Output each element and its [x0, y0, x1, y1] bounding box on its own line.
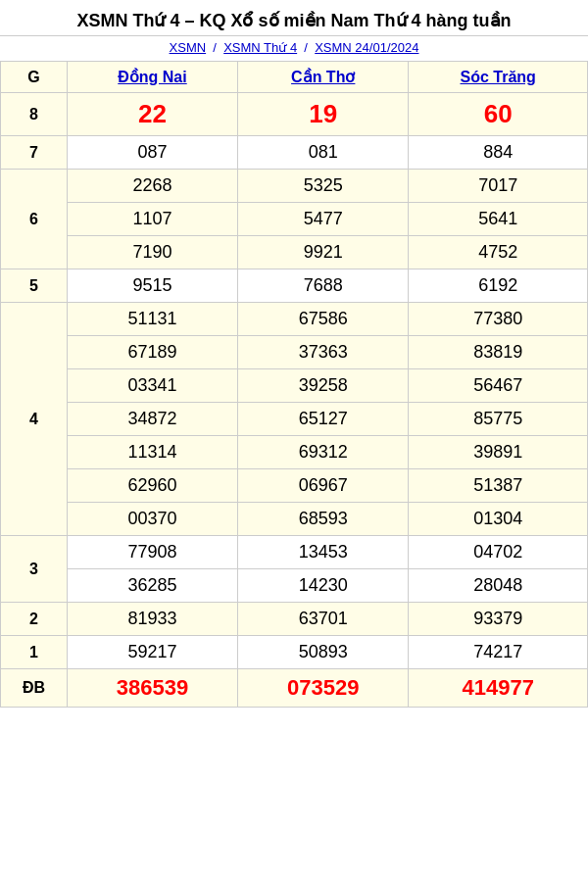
prize-value: 59217	[67, 636, 237, 669]
table-row: ĐB386539073529414977	[1, 669, 588, 708]
prize-value: 65127	[238, 403, 409, 436]
prize-value: 6192	[409, 269, 588, 303]
prize-value: 5477	[238, 203, 409, 236]
prize-label: 7	[1, 136, 68, 170]
table-row: 7087081884	[1, 136, 588, 170]
prize-label: 2	[1, 603, 68, 636]
prize-value: 69312	[238, 436, 409, 469]
prize-value: 7017	[409, 170, 588, 203]
col-cantho-header[interactable]: Cần Thơ	[238, 62, 409, 93]
prize-value: 13453	[238, 536, 409, 569]
table-row: 5951576886192	[1, 269, 588, 303]
prize-value: 081	[238, 136, 409, 170]
prize-value: 77380	[409, 303, 588, 336]
prize-label: ĐB	[1, 669, 68, 708]
prize-value: 884	[409, 136, 588, 170]
prize-value: 93379	[409, 603, 588, 636]
table-row: 2819336370193379	[1, 603, 588, 636]
table-row: 113146931239891	[1, 436, 588, 469]
prize-value: 5325	[238, 170, 409, 203]
prize-value: 63701	[238, 603, 409, 636]
prize-value: 34872	[67, 403, 237, 436]
prize-value: 85775	[409, 403, 588, 436]
prize-value: 36285	[67, 569, 237, 603]
prize-value: 01304	[409, 503, 588, 536]
prize-label: 4	[1, 303, 68, 536]
table-row: 6226853257017	[1, 170, 588, 203]
prize-value: 4752	[409, 236, 588, 269]
prize-value: 83819	[409, 336, 588, 369]
table-row: 671893736383819	[1, 336, 588, 369]
prize-label: 3	[1, 536, 68, 603]
lottery-table: G Đồng Nai Cần Thơ Sóc Trăng 82219607087…	[0, 61, 588, 708]
prize-label: 1	[1, 636, 68, 669]
table-row: 3779081345304702	[1, 536, 588, 569]
breadcrumb-xsmn[interactable]: XSMN	[170, 40, 207, 55]
prize-value: 7688	[238, 269, 409, 303]
table-row: 8221960	[1, 93, 588, 136]
prize-value: 68593	[238, 503, 409, 536]
table-row: 003706859301304	[1, 503, 588, 536]
prize-value: 19	[238, 93, 409, 136]
table-row: 4511316758677380	[1, 303, 588, 336]
prize-value: 67586	[238, 303, 409, 336]
prize-value: 51387	[409, 469, 588, 503]
table-row: 719099214752	[1, 236, 588, 269]
prize-value: 81933	[67, 603, 237, 636]
table-row: 348726512785775	[1, 403, 588, 436]
prize-value: 414977	[409, 669, 588, 708]
table-row: 1592175089374217	[1, 636, 588, 669]
prize-value: 9921	[238, 236, 409, 269]
prize-value: 00370	[67, 503, 237, 536]
prize-value: 06967	[238, 469, 409, 503]
table-row: 362851423028048	[1, 569, 588, 603]
prize-label: 5	[1, 269, 68, 303]
col-g-header: G	[1, 62, 68, 93]
prize-value: 22	[67, 93, 237, 136]
prize-value: 67189	[67, 336, 237, 369]
prize-value: 50893	[238, 636, 409, 669]
prize-value: 386539	[67, 669, 237, 708]
prize-value: 14230	[238, 569, 409, 603]
prize-label: 8	[1, 93, 68, 136]
prize-value: 74217	[409, 636, 588, 669]
prize-value: 77908	[67, 536, 237, 569]
prize-value: 087	[67, 136, 237, 170]
prize-value: 7190	[67, 236, 237, 269]
prize-value: 03341	[67, 369, 237, 403]
prize-value: 56467	[409, 369, 588, 403]
prize-value: 37363	[238, 336, 409, 369]
table-row: 110754775641	[1, 203, 588, 236]
col-dongnai-header[interactable]: Đồng Nai	[67, 62, 237, 93]
prize-value: 2268	[67, 170, 237, 203]
page-title: XSMN Thứ 4 – KQ Xổ số miền Nam Thứ 4 hàn…	[0, 0, 588, 36]
table-row: 033413925856467	[1, 369, 588, 403]
prize-value: 62960	[67, 469, 237, 503]
prize-value: 11314	[67, 436, 237, 469]
breadcrumb-date[interactable]: XSMN 24/01/2024	[315, 40, 418, 55]
prize-value: 28048	[409, 569, 588, 603]
prize-value: 5641	[409, 203, 588, 236]
prize-value: 60	[409, 93, 588, 136]
prize-value: 39891	[409, 436, 588, 469]
prize-value: 39258	[238, 369, 409, 403]
prize-value: 9515	[67, 269, 237, 303]
breadcrumb: XSMN / XSMN Thứ 4 / XSMN 24/01/2024	[0, 36, 588, 61]
breadcrumb-thu4[interactable]: XSMN Thứ 4	[223, 40, 297, 55]
col-socttrang-header[interactable]: Sóc Trăng	[409, 62, 588, 93]
prize-value: 073529	[238, 669, 409, 708]
prize-value: 1107	[67, 203, 237, 236]
prize-value: 04702	[409, 536, 588, 569]
prize-label: 6	[1, 170, 68, 269]
prize-value: 51131	[67, 303, 237, 336]
table-row: 629600696751387	[1, 469, 588, 503]
